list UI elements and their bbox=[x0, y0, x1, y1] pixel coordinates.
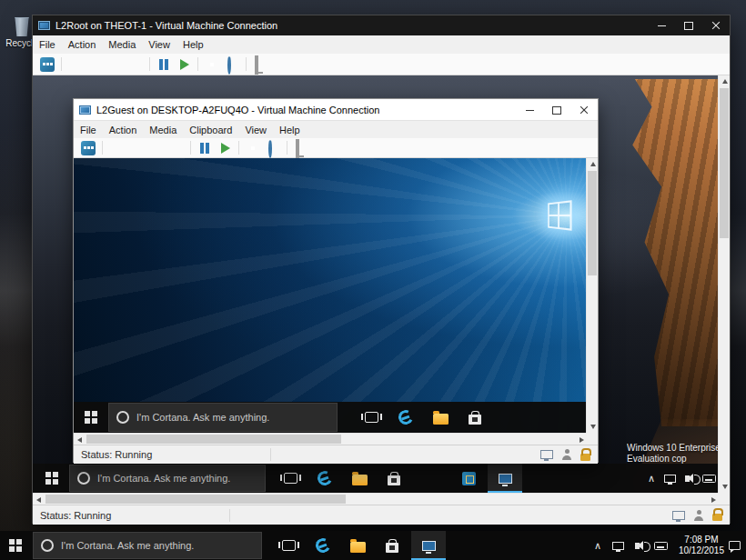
start-button-vm[interactable] bbox=[176, 57, 191, 72]
inner-vertical-scrollbar[interactable] bbox=[586, 158, 598, 433]
menu-clipboard[interactable]: Clipboard bbox=[183, 123, 238, 137]
maximize-button[interactable] bbox=[675, 15, 702, 35]
evaluation-watermark: Windows 10 Enterprise In Evaluation cop bbox=[627, 443, 718, 465]
scroll-thumb[interactable] bbox=[45, 495, 346, 504]
menu-media[interactable]: Media bbox=[102, 37, 142, 52]
menu-view[interactable]: View bbox=[142, 37, 176, 52]
lock-status-icon bbox=[580, 454, 590, 461]
toolbar-separator bbox=[149, 57, 150, 71]
host-tray: ∧ bbox=[594, 531, 668, 560]
file-explorer-button[interactable] bbox=[344, 464, 375, 493]
cortana-search-box[interactable]: I'm Cortana. Ask me anything. bbox=[33, 532, 262, 559]
close-button[interactable] bbox=[570, 99, 598, 121]
host-desktop: Recycle L2Root on THEOT-1 - Virtual Mach… bbox=[0, 0, 746, 560]
outer-menu-bar: File Action Media View Help bbox=[33, 35, 730, 54]
network-icon[interactable] bbox=[664, 475, 676, 483]
vmconnect-taskbar-button[interactable] bbox=[411, 531, 446, 560]
toolbar-separator bbox=[238, 141, 239, 155]
outer-horizontal-scrollbar[interactable] bbox=[33, 493, 720, 505]
start-button-vm[interactable] bbox=[217, 141, 232, 155]
store-button[interactable] bbox=[459, 402, 490, 433]
menu-media[interactable]: Media bbox=[143, 123, 183, 137]
minimize-button[interactable] bbox=[648, 15, 675, 35]
folder-icon bbox=[352, 475, 368, 485]
host-clock[interactable]: 7:08 PM 10/12/2015 bbox=[679, 531, 724, 560]
minimize-button[interactable] bbox=[516, 99, 543, 121]
scroll-up-arrow[interactable] bbox=[719, 75, 731, 87]
start-button[interactable] bbox=[0, 531, 31, 560]
watermark-line-1: Windows 10 Enterprise In bbox=[627, 443, 718, 454]
menu-action[interactable]: Action bbox=[103, 123, 144, 137]
inner-toolbar bbox=[74, 138, 598, 158]
ctrl-alt-del-button[interactable] bbox=[81, 141, 96, 155]
vmconnect-icon bbox=[499, 474, 512, 484]
pause-button[interactable] bbox=[197, 141, 212, 155]
revert-button[interactable] bbox=[227, 55, 231, 75]
revert-button[interactable] bbox=[268, 139, 272, 158]
tray-chevron-icon[interactable]: ∧ bbox=[648, 473, 655, 485]
scroll-thumb[interactable] bbox=[86, 435, 341, 444]
inner-status-bar: Status: Running bbox=[74, 445, 598, 464]
menu-help[interactable]: Help bbox=[176, 37, 210, 52]
scroll-down-arrow[interactable] bbox=[587, 421, 599, 433]
task-view-button[interactable] bbox=[356, 402, 387, 433]
edge-button[interactable] bbox=[309, 464, 340, 493]
status-text: Status: Running bbox=[40, 510, 111, 521]
file-explorer-button[interactable] bbox=[425, 402, 456, 433]
volume-icon[interactable] bbox=[635, 543, 640, 549]
task-view-button[interactable] bbox=[275, 464, 306, 493]
recycle-bin-icon bbox=[13, 15, 31, 36]
task-view-button[interactable] bbox=[273, 531, 304, 560]
store-button[interactable] bbox=[377, 531, 408, 560]
menu-help[interactable]: Help bbox=[273, 123, 307, 137]
hero-window-logo bbox=[549, 201, 572, 232]
scroll-down-arrow[interactable] bbox=[719, 481, 731, 493]
start-button[interactable] bbox=[76, 402, 106, 433]
pause-button[interactable] bbox=[156, 57, 171, 72]
enhanced-session-button[interactable] bbox=[296, 139, 299, 158]
tray-chevron-icon[interactable]: ∧ bbox=[594, 540, 601, 552]
keyboard-icon[interactable] bbox=[654, 542, 668, 550]
menu-file[interactable]: File bbox=[33, 37, 62, 52]
inner-menu-bar: File Action Media Clipboard View Help bbox=[74, 121, 598, 138]
inner-titlebar[interactable]: L2Guest on DESKTOP-A2FUQ4O - Virtual Mac… bbox=[74, 99, 598, 121]
cortana-search-box[interactable]: I'm Cortana. Ask me anything. bbox=[69, 465, 266, 492]
hyperv-manager-button[interactable] bbox=[453, 464, 484, 493]
search-placeholder: I'm Cortana. Ask me anything. bbox=[97, 473, 230, 484]
scroll-up-arrow[interactable] bbox=[587, 158, 599, 170]
inner-caption-buttons bbox=[516, 99, 598, 121]
menu-action[interactable]: Action bbox=[62, 37, 103, 52]
keyboard-icon[interactable] bbox=[702, 475, 716, 483]
scroll-thumb[interactable] bbox=[720, 88, 729, 238]
vmconnect-app-icon bbox=[79, 105, 91, 115]
outer-vertical-scrollbar[interactable] bbox=[718, 75, 730, 493]
menu-view[interactable]: View bbox=[238, 123, 273, 137]
inner-vm-display[interactable]: I'm Cortana. Ask me anything. bbox=[74, 158, 588, 433]
toolbar-separator bbox=[61, 57, 62, 71]
maximize-button[interactable] bbox=[543, 99, 570, 121]
cortana-search-box[interactable]: I'm Cortana. Ask me anything. bbox=[108, 403, 338, 432]
start-button[interactable] bbox=[36, 464, 67, 493]
edge-button[interactable] bbox=[390, 402, 421, 433]
outer-titlebar[interactable]: L2Root on THEOT-1 - Virtual Machine Conn… bbox=[33, 15, 730, 35]
outer-status-bar: Status: Running bbox=[33, 505, 730, 525]
status-divider bbox=[270, 448, 271, 461]
scroll-thumb[interactable] bbox=[588, 171, 597, 275]
file-explorer-button[interactable] bbox=[342, 531, 373, 560]
network-icon[interactable] bbox=[612, 542, 624, 550]
user-status-icon bbox=[561, 449, 572, 460]
store-button[interactable] bbox=[378, 464, 409, 493]
action-center-button[interactable] bbox=[729, 531, 741, 560]
edge-button[interactable] bbox=[307, 531, 338, 560]
task-view-icon bbox=[282, 540, 296, 551]
close-button[interactable] bbox=[702, 15, 730, 35]
cortana-icon bbox=[77, 472, 90, 485]
ctrl-alt-del-button[interactable] bbox=[40, 57, 55, 72]
enhanced-session-button[interactable] bbox=[255, 55, 258, 75]
outer-vm-display[interactable]: Windows 10 Enterprise In Evaluation cop … bbox=[33, 75, 720, 493]
menu-file[interactable]: File bbox=[74, 123, 103, 137]
volume-icon[interactable] bbox=[685, 475, 690, 482]
vmconnect-taskbar-button[interactable] bbox=[488, 464, 522, 493]
store-icon bbox=[469, 415, 481, 425]
inner-horizontal-scrollbar[interactable] bbox=[74, 433, 588, 445]
